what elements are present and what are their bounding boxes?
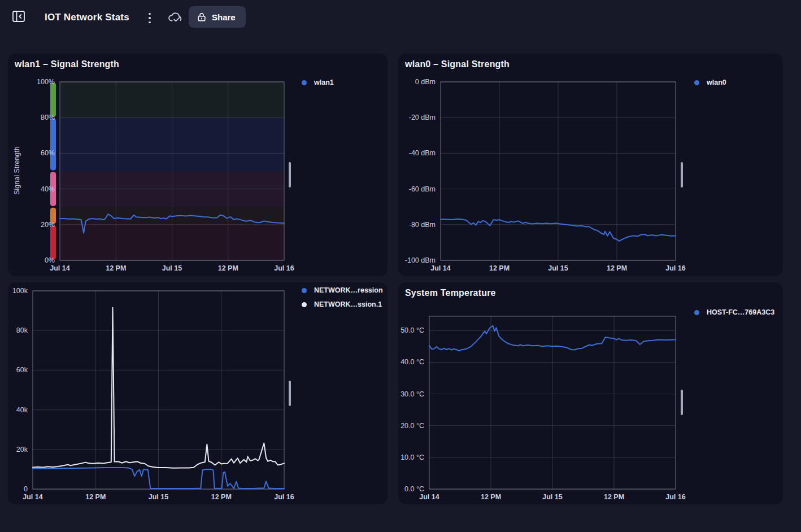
dashboard-title: IOT Network Stats [45,12,129,23]
panel-wlan0-signal-strength: wlan0 – Signal Strength 0 dBm-20 dBm-40 … [398,54,783,276]
y-axis-tick: 40.0 °C [398,358,424,366]
x-axis-tick: Jul 14 [23,493,42,501]
legend-series-label: wlan0 [707,79,726,86]
y-axis-tick: -40 dBm [398,149,436,157]
x-axis-tick: Jul 15 [149,493,168,501]
legend-series-label: HOST-FC…769A3C3 [707,308,774,316]
x-axis-tick: Jul 16 [665,264,685,272]
panel-wlan1-signal-strength: wlan1 – Signal Strength 0%20%40%60%80%10… [8,54,388,276]
legend-series-dot [302,302,307,307]
legend-item[interactable]: wlan0 [694,77,726,88]
chart-canvas [8,282,388,504]
y-axis-tick: -80 dBm [398,221,436,229]
y-axis-tick: 30.0 °C [398,390,424,398]
y-axis-tick: -60 dBm [398,185,436,193]
panel-network-sessions: 020k40k60k80k100kJul 1412 PMJul 1512 PMJ… [8,282,388,504]
scrollbar-thumb[interactable] [681,390,683,415]
x-axis-tick: 12 PM [604,493,624,501]
chart-legend: HOST-FC…769A3C3 [694,307,774,318]
legend-series-label: wlan1 [314,79,334,86]
chart-plot-area[interactable]: 020k40k60k80k100kJul 1412 PMJul 1512 PMJ… [8,282,388,504]
x-axis-tick: 12 PM [211,493,232,501]
share-button[interactable]: Share [189,6,246,28]
y-axis-tick: 50.0 °C [398,326,424,334]
scrollbar-thumb[interactable] [681,162,683,187]
x-axis-tick: Jul 14 [50,264,69,272]
legend-series-label: NETWORK…ression [314,286,383,294]
chart-legend: NETWORK…ressionNETWORK…ssion.1 [302,285,383,310]
legend-item[interactable]: HOST-FC…769A3C3 [694,307,774,318]
legend-item[interactable]: wlan1 [302,77,334,88]
scrollbar-thumb[interactable] [289,381,291,406]
threshold-bar-segment [50,83,56,117]
kebab-menu-icon [149,13,151,15]
x-axis-tick: Jul 15 [548,264,568,272]
chart-legend: wlan1 [302,77,334,88]
y-axis-tick: 60k [8,366,28,374]
y-axis-tick: 10.0 °C [398,453,424,461]
x-axis-tick: Jul 16 [274,493,294,501]
y-axis-tick: 100k [8,287,28,295]
legend-item[interactable]: NETWORK…ssion.1 [302,299,383,310]
panel-system-temperature: System Temperature 0.0 °C10.0 °C20.0 °C3… [398,282,783,504]
x-axis-tick: Jul 16 [274,264,294,272]
legend-series-dot [302,80,307,85]
legend-item[interactable]: NETWORK…ression [302,285,383,296]
x-axis-tick: 12 PM [607,264,627,272]
cloud-sync-button[interactable] [167,10,182,25]
legend-series-dot [302,288,307,293]
x-axis-tick: Jul 14 [430,264,450,272]
x-axis-tick: 12 PM [106,264,126,272]
y-axis-tick: 80k [8,326,28,334]
y-axis-tick: 20.0 °C [398,422,424,430]
y-axis-tick: 0 [8,485,28,493]
share-button-label: Share [212,12,236,22]
sidebar-collapse-button[interactable] [11,10,26,24]
y-axis-tick: 0 dBm [398,78,436,86]
lock-icon [197,12,207,22]
legend-series-dot [694,310,699,315]
y-axis-tick: -100 dBm [398,256,436,264]
sidebar-collapse-icon [12,10,25,23]
x-axis-tick: 12 PM [489,264,510,272]
y-axis-label: Signal Strength [13,114,21,227]
x-axis-tick: 12 PM [481,493,501,501]
y-axis-tick: 0.0 °C [398,485,424,493]
x-axis-tick: 12 PM [218,264,238,272]
legend-series-dot [694,80,699,85]
kebab-menu-button[interactable] [146,11,154,25]
cloud-check-icon [167,10,182,24]
x-axis-tick: Jul 14 [419,493,439,501]
dashboard-header: IOT Network Stats Share [0,0,801,35]
legend-series-label: NETWORK…ssion.1 [314,300,382,308]
chart-legend: wlan0 [694,77,726,88]
y-axis-tick: 20k [8,446,28,453]
x-axis-tick: Jul 15 [542,493,562,501]
x-axis-tick: Jul 15 [162,264,182,272]
y-axis-tick: 100% [8,78,55,86]
x-axis-tick: 12 PM [85,493,106,501]
y-axis-tick: -20 dBm [398,114,436,121]
y-axis-tick: 0% [8,256,55,264]
y-axis-tick: 40k [8,406,28,414]
x-axis-tick: Jul 16 [665,493,685,501]
threshold-bar-segment [50,119,56,171]
scrollbar-thumb[interactable] [289,162,291,187]
threshold-bar-segment [50,225,56,259]
